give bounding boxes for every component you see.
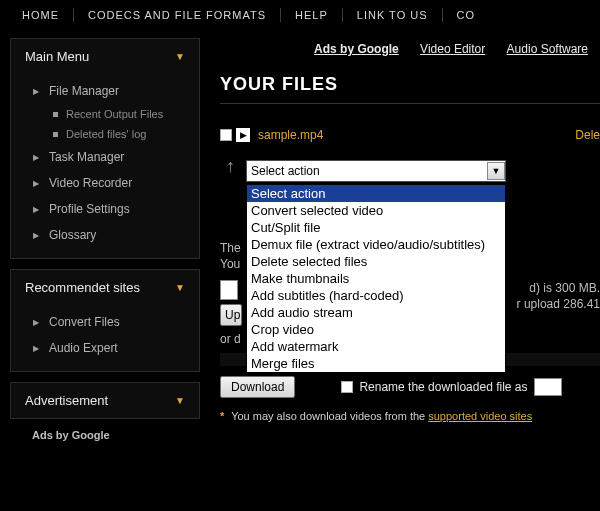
ads-by-google-label[interactable]: Ads by Google — [314, 42, 399, 56]
sidebar-item-video-recorder[interactable]: ▶ Video Recorder — [11, 170, 199, 196]
triangle-icon: ▶ — [33, 231, 39, 240]
option-cut-split[interactable]: Cut/Split file — [247, 219, 505, 236]
action-select[interactable]: Select action ▼ — [246, 160, 506, 182]
panel-title: Recommendet sites — [25, 280, 140, 295]
sidebar-item-label: Profile Settings — [49, 202, 130, 216]
footnote: * You may also download videos from the … — [220, 410, 600, 422]
option-add-subtitles[interactable]: Add subtitles (hard-coded) — [247, 287, 505, 304]
option-merge-files[interactable]: Merge files — [247, 355, 505, 372]
link-audio-software[interactable]: Audio Software — [507, 42, 588, 56]
sidebar-sub-label: Deleted files' log — [66, 128, 146, 140]
panel-head-main-menu[interactable]: Main Menu ▼ — [11, 39, 199, 74]
select-display: Select action — [251, 164, 320, 178]
sidebar-sub-label: Recent Output Files — [66, 108, 163, 120]
sidebar-item-label: File Manager — [49, 84, 119, 98]
rename-checkbox[interactable] — [341, 381, 353, 393]
nav-help[interactable]: HELP — [281, 8, 343, 22]
chevron-down-icon: ▼ — [175, 282, 185, 293]
sidebar-item-label: Audio Expert — [49, 341, 118, 355]
triangle-icon: ▶ — [33, 179, 39, 188]
bullet-icon — [53, 132, 58, 137]
sidebar-item-profile-settings[interactable]: ▶ Profile Settings — [11, 196, 199, 222]
dropdown-button-icon[interactable]: ▼ — [487, 162, 505, 180]
option-add-watermark[interactable]: Add watermark — [247, 338, 505, 355]
upload-button[interactable]: Up — [220, 304, 242, 326]
action-dropdown: Select action Convert selected video Cut… — [246, 184, 506, 373]
action-region: ↑ Select action ▼ Select action Convert … — [220, 160, 600, 422]
up-arrow-icon: ↑ — [226, 156, 235, 177]
page-title: YOUR FILES — [220, 74, 600, 104]
chevron-down-icon: ▼ — [175, 51, 185, 62]
option-add-audio[interactable]: Add audio stream — [247, 304, 505, 321]
sidebar-item-label: Task Manager — [49, 150, 124, 164]
option-demux[interactable]: Demux file (extract video/audio/subtitle… — [247, 236, 505, 253]
panel-main-menu: Main Menu ▼ ▶ File Manager Recent Output… — [10, 38, 200, 259]
file-checkbox[interactable] — [220, 129, 232, 141]
option-select-action[interactable]: Select action — [247, 185, 505, 202]
chevron-down-icon: ▼ — [175, 395, 185, 406]
panel-title: Main Menu — [25, 49, 89, 64]
top-nav: HOME CODECS AND FILE FORMATS HELP LINK T… — [0, 0, 600, 30]
ads-by-google-small[interactable]: Ads by Google — [10, 429, 200, 441]
delete-link[interactable]: Dele — [575, 128, 600, 142]
file-name-link[interactable]: sample.mp4 — [258, 128, 323, 142]
supported-sites-link[interactable]: supported video sites — [428, 410, 532, 422]
download-button[interactable]: Download — [220, 376, 295, 398]
option-delete-files[interactable]: Delete selected files — [247, 253, 505, 270]
sidebar-item-file-manager[interactable]: ▶ File Manager — [11, 78, 199, 104]
panel-head-advertisement[interactable]: Advertisement ▼ — [11, 383, 199, 418]
ads-links-row: Ads by Google Video Editor Audio Softwar… — [220, 42, 600, 56]
download-row: Download Rename the downloaded file as — [220, 376, 600, 398]
sidebar-item-task-manager[interactable]: ▶ Task Manager — [11, 144, 199, 170]
sidebar-item-glossary[interactable]: ▶ Glossary — [11, 222, 199, 248]
panel-advertisement: Advertisement ▼ — [10, 382, 200, 419]
triangle-icon: ▶ — [33, 153, 39, 162]
rename-input[interactable] — [534, 378, 562, 396]
sidebar-sub-deleted-log[interactable]: Deleted files' log — [11, 124, 199, 144]
triangle-icon: ▶ — [33, 87, 39, 96]
triangle-icon: ▶ — [33, 344, 39, 353]
sidebar-item-audio-expert[interactable]: ▶ Audio Expert — [11, 335, 199, 361]
panel-recommended: Recommendet sites ▼ ▶ Convert Files ▶ Au… — [10, 269, 200, 372]
file-row: ▶ sample.mp4 Dele — [220, 128, 600, 142]
triangle-icon: ▶ — [33, 205, 39, 214]
bullet-icon — [53, 112, 58, 117]
main-content: Ads by Google Video Editor Audio Softwar… — [210, 30, 600, 441]
option-convert-video[interactable]: Convert selected video — [247, 202, 505, 219]
play-icon[interactable]: ▶ — [236, 128, 250, 142]
nav-codecs[interactable]: CODECS AND FILE FORMATS — [74, 8, 281, 22]
sidebar-sub-recent-output[interactable]: Recent Output Files — [11, 104, 199, 124]
upload-path-input[interactable] — [220, 280, 238, 300]
rename-label: Rename the downloaded file as — [359, 380, 527, 394]
option-crop-video[interactable]: Crop video — [247, 321, 505, 338]
panel-title: Advertisement — [25, 393, 108, 408]
sidebar-item-label: Glossary — [49, 228, 96, 242]
asterisk-icon: * — [220, 410, 224, 422]
triangle-icon: ▶ — [33, 318, 39, 327]
sidebar: Main Menu ▼ ▶ File Manager Recent Output… — [0, 30, 210, 441]
mouse-cursor-icon: ➤ — [580, 186, 599, 208]
nav-link-to-us[interactable]: LINK TO US — [343, 8, 443, 22]
nav-cut[interactable]: CO — [443, 8, 476, 22]
link-video-editor[interactable]: Video Editor — [420, 42, 485, 56]
option-make-thumbnails[interactable]: Make thumbnails — [247, 270, 505, 287]
nav-home[interactable]: HOME — [8, 8, 74, 22]
sidebar-item-convert-files[interactable]: ▶ Convert Files — [11, 309, 199, 335]
sidebar-item-label: Video Recorder — [49, 176, 132, 190]
panel-head-recommended[interactable]: Recommendet sites ▼ — [11, 270, 199, 305]
sidebar-item-label: Convert Files — [49, 315, 120, 329]
